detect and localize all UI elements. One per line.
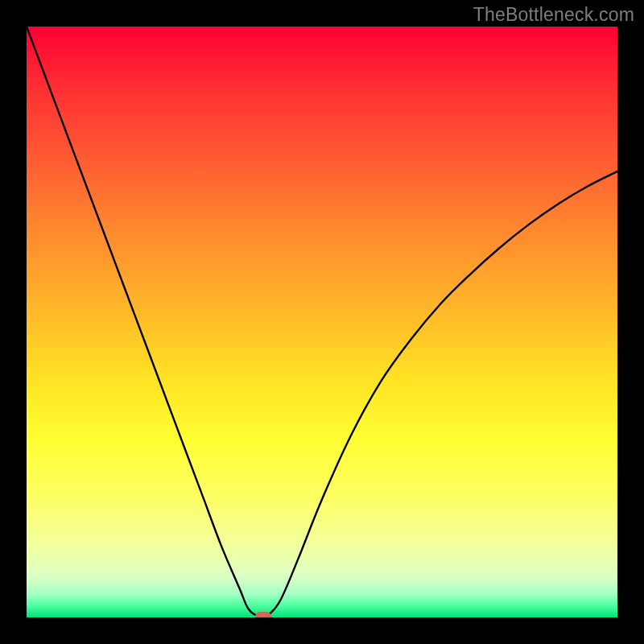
bottleneck-curve <box>27 27 617 617</box>
watermark-text: TheBottleneck.com <box>473 4 634 26</box>
plot-area <box>27 27 617 617</box>
chart-frame: TheBottleneck.com <box>0 0 644 644</box>
optimum-marker <box>255 612 271 617</box>
curve-svg <box>27 27 617 617</box>
